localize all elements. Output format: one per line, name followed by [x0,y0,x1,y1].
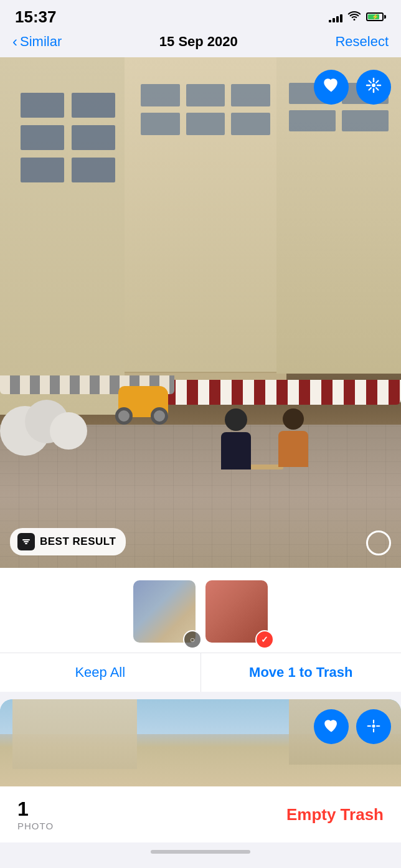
nav-header: ‹ Similar 15 Sep 2020 Reselect [0,31,401,57]
empty-trash-button[interactable]: Empty Trash [286,805,384,824]
best-result-badge: BEST RESULT [10,528,126,555]
status-bar: 15:37 ⚡ [0,0,401,31]
photo-action-buttons [314,70,391,105]
sparkle-icon [366,77,382,97]
svg-line-8 [369,88,372,90]
thumbnail-1[interactable]: ○ [133,580,196,643]
thumb-selector-1[interactable]: ○ [183,630,202,649]
trash-unit-label: PHOTO [17,821,54,832]
second-heart-icon [324,719,339,735]
second-photo-card: 1 PHOTO Empty Trash [0,699,401,842]
filter-icon [17,533,35,550]
thumb-selector-2[interactable]: ✓ [255,630,274,649]
svg-line-6 [376,88,379,90]
svg-point-12 [372,724,375,727]
favorite-button[interactable] [314,70,349,105]
reselect-button[interactable]: Reselect [335,34,389,50]
trash-count-group: 1 PHOTO [17,797,54,832]
move-to-trash-button[interactable]: Move 1 to Trash [201,653,402,692]
svg-rect-9 [22,539,30,540]
back-button[interactable]: ‹ Similar [12,34,62,50]
keep-all-button[interactable]: Keep All [0,653,201,692]
photo-selector-ring[interactable] [366,531,391,555]
action-row: Keep All Move 1 to Trash [0,653,401,692]
thumbnail-2[interactable]: ✓ [205,580,268,643]
battery-icon: ⚡ [366,12,386,21]
photo-viewer: BEST RESULT [0,57,401,568]
home-indicator [151,850,250,854]
second-sparkle-button[interactable] [356,709,391,744]
svg-line-5 [369,81,372,83]
photo-background [0,57,401,568]
status-icons: ⚡ [329,11,386,24]
svg-rect-11 [25,543,27,544]
signal-icon [329,11,342,22]
second-photo-actions [314,709,391,744]
back-label: Similar [20,34,62,50]
svg-rect-10 [24,541,29,542]
svg-line-7 [376,81,379,83]
second-sparkle-icon [367,719,380,735]
sparkle-button[interactable] [356,70,391,105]
nav-title: 15 Sep 2020 [159,34,238,50]
best-result-label: BEST RESULT [40,535,116,548]
second-favorite-button[interactable] [314,709,349,744]
trash-count: 1 [17,797,54,821]
svg-point-0 [372,83,375,87]
second-photo-background [0,699,401,786]
heart-icon [323,78,339,97]
main-photo-card: BEST RESULT ○ ✓ Keep All Move 1 to Trash [0,57,401,692]
thumbnail-strip: ○ ✓ [0,568,401,653]
status-time: 15:37 [15,7,57,27]
chevron-left-icon: ‹ [12,34,17,49]
trash-banner: 1 PHOTO Empty Trash [0,786,401,842]
wifi-icon [347,11,361,24]
